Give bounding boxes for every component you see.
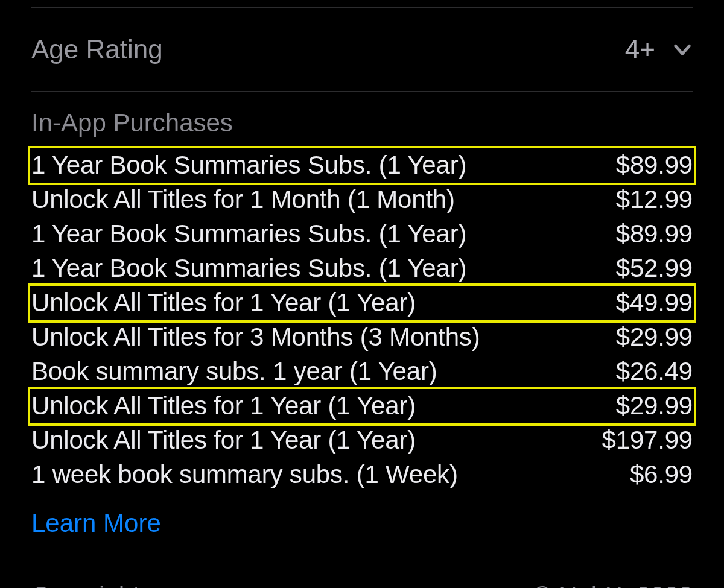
iap-item-price: $6.99 [620,458,693,491]
iap-item-price: $89.99 [606,218,693,250]
iap-item-price: $197.99 [592,424,693,457]
iap-row: 1 Year Book Summaries Subs. (1 Year)$89.… [31,148,693,183]
iap-item-name: 1 Year Book Summaries Subs. (1 Year) [31,252,466,285]
age-rating-value-wrap: 4+ [625,34,693,65]
copyright-label: Copyright [31,578,140,588]
iap-item-name: 1 week book summary subs. (1 Week) [31,458,458,491]
iap-item-name: 1 Year Book Summaries Subs. (1 Year) [31,218,466,250]
age-rating-value: 4+ [625,34,655,65]
iap-row: Unlock All Titles for 3 Months (3 Months… [31,320,693,355]
iap-item-price: $26.49 [606,355,693,388]
copyright-row: Copyright © HubX, 2022 [31,560,693,588]
iap-item-price: $29.99 [606,390,693,422]
iap-item-price: $89.99 [606,149,693,182]
chevron-down-icon [672,39,693,60]
age-rating-row[interactable]: Age Rating 4+ [31,8,693,91]
age-rating-label: Age Rating [31,34,163,65]
iap-item-name: Unlock All Titles for 1 Year (1 Year) [31,390,416,422]
iap-row: Book summary subs. 1 year (1 Year)$26.49 [31,355,693,389]
iap-item-price: $49.99 [606,286,693,319]
copyright-value: © HubX, 2022 [533,578,693,588]
iap-row: Unlock All Titles for 1 Year (1 Year)$19… [31,423,693,458]
in-app-purchases-section: In-App Purchases 1 Year Book Summaries S… [31,92,693,538]
iap-row: Unlock All Titles for 1 Month (1 Month)$… [31,183,693,217]
iap-row: Unlock All Titles for 1 Year (1 Year)$29… [31,389,693,423]
iap-row: 1 week book summary subs. (1 Week)$6.99 [31,458,693,492]
iap-row: Unlock All Titles for 1 Year (1 Year)$49… [31,286,693,320]
iap-item-name: Unlock All Titles for 3 Months (3 Months… [31,321,480,353]
iap-item-name: Unlock All Titles for 1 Year (1 Year) [31,424,416,457]
iap-row: 1 Year Book Summaries Subs. (1 Year)$52.… [31,251,693,286]
iap-item-name: Book summary subs. 1 year (1 Year) [31,355,437,388]
iap-row: 1 Year Book Summaries Subs. (1 Year)$89.… [31,217,693,251]
iap-item-name: 1 Year Book Summaries Subs. (1 Year) [31,149,466,182]
iap-item-price: $29.99 [606,321,693,353]
in-app-purchases-list: 1 Year Book Summaries Subs. (1 Year)$89.… [31,148,693,492]
iap-item-price: $12.99 [606,183,693,216]
iap-item-price: $52.99 [606,252,693,285]
iap-item-name: Unlock All Titles for 1 Year (1 Year) [31,286,416,319]
learn-more-link[interactable]: Learn More [31,509,161,538]
iap-item-name: Unlock All Titles for 1 Month (1 Month) [31,183,455,216]
in-app-purchases-header: In-App Purchases [31,109,693,138]
